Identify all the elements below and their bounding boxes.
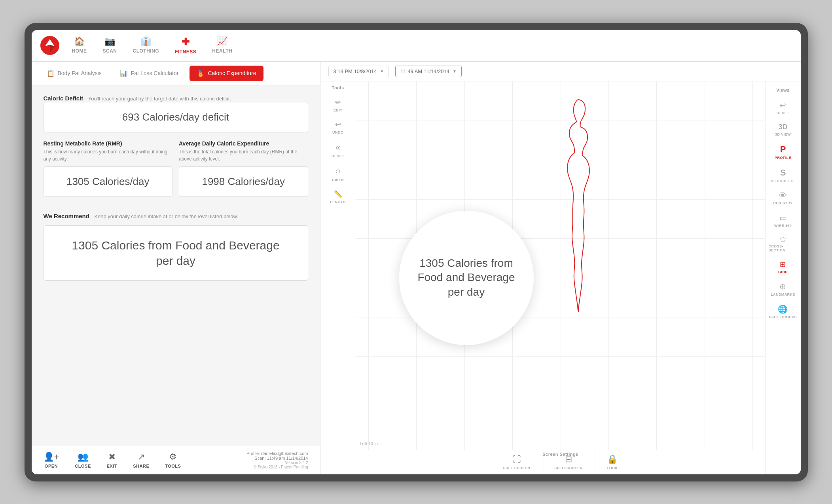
nav-items: 🏠 HOME 📷 SCAN 👔 CLOTHING ✚ FITNESS 📈 <box>72 36 233 55</box>
clothing-icon: 👔 <box>140 36 151 47</box>
main-content: 📋 Body Fat Analysis 📊 Fat Loss Calculato… <box>32 62 801 474</box>
right-panel: 3:13 PM 10/8/2014 ▼ 11:49 AM 11/14/2014 … <box>320 62 801 474</box>
profile-info: Profile: danielaa@tukatech.com Scan: 11:… <box>246 451 308 469</box>
screen-lock[interactable]: 🔒 LOCK <box>595 449 630 474</box>
nav-item-health[interactable]: 📈 HEALTH <box>212 36 232 55</box>
adce-description: This is the total calories you burn each… <box>179 148 308 162</box>
view-area: Tools ✏ EDIT ↩ UNDO « RESET <box>320 81 801 474</box>
lock-icon: 🔒 <box>607 454 618 464</box>
screen-settings-bar: Screen Settings ⛶ FULL SCREEN ⊟ SPLIT-SC… <box>356 450 765 474</box>
tool-reset[interactable]: « RESET <box>320 138 356 162</box>
nav-item-scan[interactable]: 📷 SCAN <box>103 36 117 55</box>
tool-girth[interactable]: ○ GIRTH <box>320 162 356 186</box>
recommend-value-box: 1305 Calories from Food and Beverage per… <box>44 225 308 281</box>
full-screen-label: FULL SCREEN <box>503 466 530 470</box>
health-icon: 📈 <box>217 36 227 47</box>
scan-icon: 📷 <box>104 36 115 47</box>
tool-length[interactable]: 📏 LENGTH <box>320 186 356 208</box>
view-landmarks-label: LANDMARKS <box>771 293 795 296</box>
tools-panel: Tools ✏ EDIT ↩ UNDO « RESET <box>320 81 356 474</box>
scan-label-text: Scan: <box>254 456 265 461</box>
girth-icon: ○ <box>335 166 340 176</box>
length-label: LENGTH <box>330 200 345 204</box>
undo-icon: ↩ <box>335 120 341 129</box>
screen-settings-title: Screen Settings <box>542 452 578 457</box>
left-label: Left 10 in <box>356 440 382 447</box>
caloric-tab-icon: 🏅 <box>197 70 205 77</box>
view-wire-icon: ▭ <box>779 213 787 223</box>
copyright-text: © Styku 2013 - Patent Pending <box>246 465 308 469</box>
profile-label-text: Profile: <box>246 451 260 456</box>
view-silhouette-icon: S <box>780 168 786 178</box>
toolbar-close[interactable]: 👥 CLOSE <box>75 452 91 468</box>
toolbar-share[interactable]: ↗ SHARE <box>133 452 149 468</box>
reset-label: RESET <box>332 154 344 158</box>
view-3d-label: 3D VIEW <box>775 132 791 136</box>
views-title: Views <box>776 88 790 92</box>
tools-panel-label: Tools <box>320 85 356 90</box>
nav-item-home[interactable]: 🏠 HOME <box>72 36 87 55</box>
nav-label-scan: SCAN <box>103 48 117 54</box>
toolbar-open[interactable]: 👤+ OPEN <box>44 452 59 468</box>
view-wire[interactable]: ▭ WIRE 360 <box>771 211 795 230</box>
close-icon: 👥 <box>78 452 88 462</box>
view-landmarks[interactable]: ⊕ LANDMARKS <box>768 279 798 299</box>
date-arrow-2: ▼ <box>453 69 457 74</box>
body-silhouette-container <box>356 81 801 474</box>
view-registry-label: REGISTRY <box>773 201 793 205</box>
device-frame: 🏠 HOME 📷 SCAN 👔 CLOTHING ✚ FITNESS 📈 <box>25 23 808 481</box>
tab-caloric-expenditure[interactable]: 🏅 Caloric Expenditure <box>190 66 263 81</box>
content-area: Caloric Deficit You'll reach your goal b… <box>32 85 320 446</box>
tab-fat-loss[interactable]: 📊 Fat Loss Calculator <box>113 66 186 81</box>
view-profile-icon: P <box>780 144 786 155</box>
profile-label: Profile: danielaa@tukatech.com <box>246 451 308 456</box>
view-3d[interactable]: 3D 3D VIEW <box>772 121 794 139</box>
exit-label: EXIT <box>107 464 117 468</box>
fitness-icon: ✚ <box>182 36 190 47</box>
open-icon: 👤+ <box>44 452 59 462</box>
edit-icon: ✏ <box>335 98 341 107</box>
length-icon: 📏 <box>334 190 342 198</box>
adce-title: Average Daily Caloric Expenditure <box>179 140 308 147</box>
view-registry-icon: 👁 <box>779 191 787 200</box>
adce-value: 1998 Calories/day <box>202 176 285 187</box>
nav-item-fitness[interactable]: ✚ FITNESS <box>175 36 196 55</box>
device-screen: 🏠 HOME 📷 SCAN 👔 CLOTHING ✚ FITNESS 📈 <box>32 30 801 474</box>
screen-full[interactable]: ⛶ FULL SCREEN <box>491 449 542 474</box>
date-selector-2[interactable]: 11:49 AM 11/14/2014 ▼ <box>395 66 462 77</box>
nav-label-clothing: CLOTHING <box>133 48 159 54</box>
two-col-section: Resting Metabolic Rate (RMR) This is how… <box>44 140 308 205</box>
toolbar-exit[interactable]: ✖ EXIT <box>107 452 117 468</box>
view-cross-section[interactable]: ⬠ CROSS-SECTION <box>766 233 801 255</box>
view-silhouette-label: SILHOUETTE <box>771 179 795 183</box>
tool-undo[interactable]: ↩ UNDO <box>320 116 356 138</box>
date-value-1: 3:13 PM 10/8/2014 <box>334 68 377 74</box>
tools-label: TOOLS <box>165 464 181 468</box>
date-bar: 3:13 PM 10/8/2014 ▼ 11:49 AM 11/14/2014 … <box>320 62 801 81</box>
tab-body-fat[interactable]: 📋 Body Fat Analysis <box>40 66 109 81</box>
view-grid[interactable]: ⊞ GRID <box>775 258 791 276</box>
view-grid-label: GRID <box>778 270 788 274</box>
nav-item-clothing[interactable]: 👔 CLOTHING <box>133 36 159 55</box>
view-3d-icon: 3D <box>778 123 787 131</box>
view-wire-label: WIRE 360 <box>774 224 792 228</box>
tool-edit[interactable]: ✏ EDIT <box>320 94 356 116</box>
toolbar-tools[interactable]: ⚙ TOOLS <box>165 452 181 468</box>
body-outline-svg <box>547 85 610 323</box>
view-reset[interactable]: ↩ RESET <box>773 98 792 117</box>
tools-icon: ⚙ <box>169 452 177 462</box>
caloric-tab-label: Caloric Expenditure <box>208 70 256 76</box>
view-silhouette[interactable]: S SILHOUETTE <box>768 165 798 185</box>
view-face-groups[interactable]: 🌐 FACE GROUPS <box>766 302 800 321</box>
adce-col: Average Daily Caloric Expenditure This i… <box>179 140 308 205</box>
split-screen-label: SPLIT-SCREEN <box>554 466 583 470</box>
share-label: SHARE <box>133 464 149 468</box>
view-face-groups-label: FACE GROUPS <box>769 315 797 319</box>
view-cross-section-label: CROSS-SECTION <box>769 244 798 252</box>
view-registry[interactable]: 👁 REGISTRY <box>770 189 796 208</box>
rmr-title: Resting Metabolic Rate (RMR) <box>44 140 173 147</box>
view-profile[interactable]: P PROFILE <box>771 142 794 162</box>
date-selector-1[interactable]: 3:13 PM 10/8/2014 ▼ <box>328 66 389 77</box>
caloric-deficit-subtitle: You'll reach your goal by the target dat… <box>88 96 231 102</box>
view-profile-label: PROFILE <box>775 156 791 160</box>
